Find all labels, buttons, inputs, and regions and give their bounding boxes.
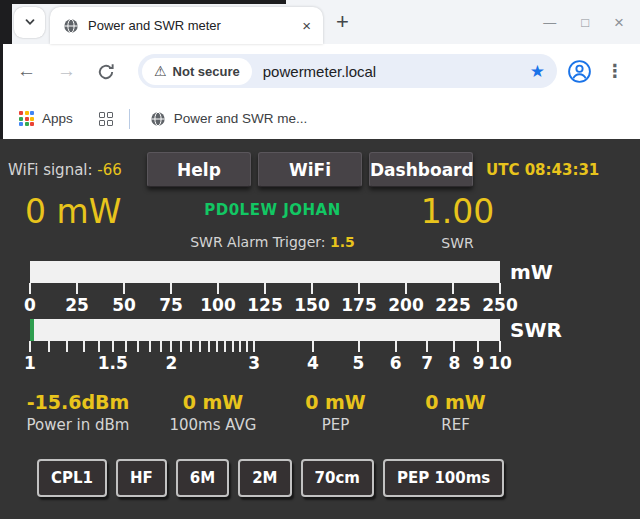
power-meter-scale: [30, 283, 500, 295]
wifi-signal-label: WiFi signal:: [8, 161, 93, 179]
meter-tick: [224, 341, 226, 352]
meter-tick: [232, 341, 234, 352]
back-icon[interactable]: ←: [17, 60, 36, 82]
pep-100ms-button[interactable]: PEP 100ms: [383, 459, 504, 497]
meter-tick: [112, 341, 114, 352]
swr-alarm-label: SWR Alarm Trigger:: [190, 234, 325, 250]
meter-tick: [395, 341, 397, 352]
apps-grid-icon[interactable]: [19, 111, 34, 126]
tab-search-button[interactable]: [14, 7, 45, 38]
bookmark-item[interactable]: Power and SWR me...: [150, 111, 308, 127]
meter-tick: [76, 283, 78, 294]
swr-meter-bar: [30, 319, 500, 341]
meter-tick: [190, 341, 192, 352]
bookmark-star-icon[interactable]: ★: [530, 61, 545, 82]
meter-tick-label: 225: [435, 295, 471, 315]
readout-label: PEP: [278, 416, 393, 434]
tab-strip: Power and SWR meter × + — □ ×: [3, 0, 640, 44]
wifi-button[interactable]: WiFi: [258, 152, 362, 187]
swr-meter-labels: 11.52345678910: [30, 353, 500, 375]
cpl1-button[interactable]: CPL1: [37, 459, 107, 497]
meter-tick-label: 9: [473, 353, 485, 373]
tab-close-icon[interactable]: ×: [299, 17, 314, 34]
url-text[interactable]: powermeter.local: [263, 63, 530, 80]
browser-tab[interactable]: Power and SWR meter ×: [50, 7, 323, 44]
minimize-icon[interactable]: —: [543, 16, 556, 29]
power-main-value: 0 mW: [25, 192, 170, 232]
meter-tick: [358, 341, 360, 352]
readout-value: 0 mW: [278, 391, 393, 413]
meter-tick: [66, 341, 68, 352]
meter-tick-label: 100: [200, 295, 236, 315]
forward-icon[interactable]: →: [57, 60, 76, 82]
meter-tick-label: 5: [353, 353, 365, 373]
meter-tick-label: 8: [449, 353, 461, 373]
help-button[interactable]: Help: [147, 152, 251, 187]
menu-dots-icon[interactable]: ⋮: [606, 60, 624, 82]
meter-tick-label: 25: [65, 295, 89, 315]
meter-tick: [426, 341, 428, 352]
power-meter-bar: [30, 261, 500, 283]
meter-tick: [180, 341, 182, 352]
readout-pep: 0 mW PEP: [278, 391, 393, 434]
meter-tick: [125, 341, 127, 352]
browser-toolbar: ← → ⚠ Not secure powermeter.local ★ ⋮: [3, 44, 640, 98]
readout-dbm: -15.6dBm Power in dBm: [8, 391, 148, 434]
meter-tick: [170, 341, 172, 352]
readouts-row: -15.6dBm Power in dBm 0 mW 100ms AVG 0 m…: [8, 391, 640, 434]
reload-icon[interactable]: [97, 63, 115, 81]
address-bar[interactable]: ⚠ Not secure powermeter.local ★: [138, 54, 557, 88]
6m-button[interactable]: 6M: [176, 459, 229, 497]
meter-tick-label: 250: [482, 295, 518, 315]
readout-value: 0 mW: [148, 391, 278, 413]
meter-tick: [264, 283, 266, 294]
meter-tick: [98, 341, 100, 352]
band-buttons-row: CPL1 HF 6M 2M 70cm PEP 100ms: [37, 459, 640, 497]
meter-tick: [499, 341, 501, 352]
meter-tick-label: 0: [24, 295, 36, 315]
bookmarks-divider: [129, 109, 130, 129]
maximize-icon[interactable]: □: [581, 16, 589, 29]
meter-tick-label: 3: [248, 353, 260, 373]
hf-button[interactable]: HF: [116, 459, 167, 497]
globe-favicon-icon: [150, 111, 166, 127]
70cm-button[interactable]: 70cm: [301, 459, 374, 497]
meter-tick: [160, 341, 162, 352]
readout-avg: 0 mW 100ms AVG: [148, 391, 278, 434]
utc-clock: UTC 08:43:31: [486, 161, 599, 179]
swr-caption: SWR: [375, 235, 540, 251]
new-tab-button[interactable]: +: [336, 12, 349, 32]
close-window-icon[interactable]: ×: [614, 16, 624, 29]
bookmark-title: Power and SWR me...: [174, 111, 308, 126]
swr-alarm-text: SWR Alarm Trigger: 1.5: [170, 234, 375, 250]
meter-tick-label: 2: [166, 353, 178, 373]
2m-button[interactable]: 2M: [238, 459, 291, 497]
meter-tick: [499, 283, 501, 294]
meter-tick-label: 4: [307, 353, 319, 373]
meter-tick: [83, 341, 85, 352]
meter-tick-label: 150: [294, 295, 330, 315]
meter-tick: [137, 341, 139, 352]
apps-label[interactable]: Apps: [42, 111, 73, 126]
reading-list-icon[interactable]: [99, 112, 113, 126]
meter-tick: [29, 283, 31, 294]
security-chip[interactable]: ⚠ Not secure: [142, 58, 252, 85]
dashboard-button[interactable]: Dashboard: [369, 152, 473, 187]
readout-value: 0 mW: [393, 391, 518, 413]
meter-tick-label: 50: [112, 295, 136, 315]
meter-tick: [452, 283, 454, 294]
wifi-signal-value: -66: [97, 161, 122, 179]
power-meter-unit: mW: [510, 260, 553, 284]
main-readings-row: 0 mW PD0LEW JOHAN SWR Alarm Trigger: 1.5…: [0, 192, 640, 251]
wifi-signal-text: WiFi signal: -66: [8, 161, 147, 179]
meter-tick: [405, 283, 407, 294]
meter-tick: [170, 283, 172, 294]
profile-icon[interactable]: [567, 59, 592, 84]
meter-tick: [208, 341, 210, 352]
meter-tick: [239, 341, 241, 352]
meter-tick: [29, 341, 31, 352]
power-meter: mW 0255075100125150175200225250: [0, 261, 640, 317]
readout-label: 100ms AVG: [148, 416, 278, 434]
browser-chrome: Power and SWR meter × + — □ × ← → ⚠ Not …: [0, 0, 640, 139]
meter-tick: [149, 341, 151, 352]
